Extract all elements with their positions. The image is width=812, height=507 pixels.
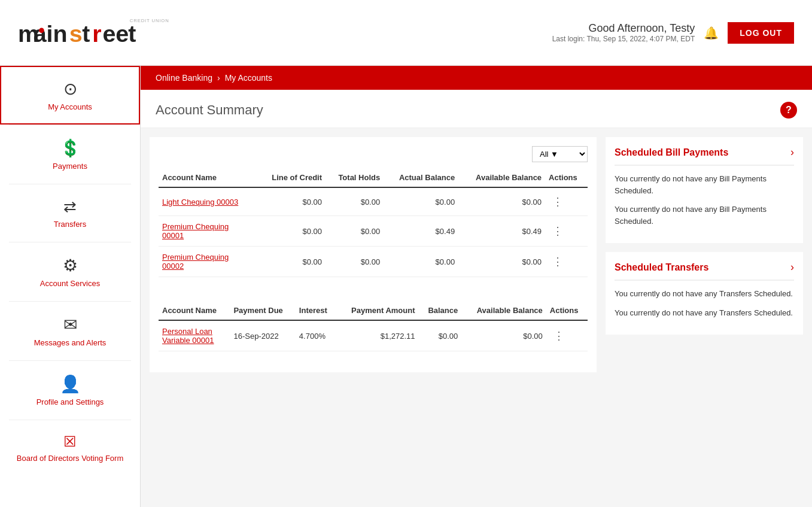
- actions-cell: ⋮: [545, 187, 588, 216]
- account-link-light-chequing[interactable]: Light Chequing 00003: [162, 198, 238, 207]
- col-payment-amount: Payment Amount: [336, 301, 418, 320]
- sidebar-item-transfers[interactable]: ⇄ Transfers: [0, 184, 140, 242]
- available-balance-cell: $0.00: [458, 187, 545, 216]
- table-row: Personal LoanVariable 00001 16-Sep-2022 …: [159, 320, 588, 351]
- scheduled-bill-payments-card: Scheduled Bill Payments › You currently …: [606, 137, 803, 243]
- checking-table: Account Name Line of Credit Total Holds …: [159, 168, 588, 277]
- greeting-text: Good Afternoon, Testy: [552, 22, 695, 35]
- greeting-area: Good Afternoon, Testy Last login: Thu, S…: [552, 22, 695, 43]
- notification-bell-icon[interactable]: 🔔: [704, 26, 719, 40]
- logo-area: m ain s t r ee t CREDIT UNION: [18, 15, 182, 51]
- content-body: All ▼ Checking Savings Loans Account Nam…: [141, 128, 812, 381]
- scheduled-transfers-message-1: You currently do not have any Transfers …: [615, 288, 794, 300]
- breadcrumb-separator: ›: [217, 73, 220, 83]
- loan-actions-cell: ⋮: [546, 320, 588, 351]
- content-area: Online Banking › My Accounts Account Sum…: [141, 66, 812, 507]
- line-of-credit-cell: $0.00: [257, 247, 326, 277]
- interest-cell: 4.700%: [296, 320, 336, 351]
- available-balance-cell: $0.00: [458, 247, 545, 277]
- sidebar-item-profile-settings[interactable]: 👤 Profile and Settings: [0, 361, 140, 420]
- line-of-credit-cell: $0.00: [257, 187, 326, 216]
- sidebar: ⊙ My Accounts 💲 Payments ⇄ Transfers ⚙ A…: [0, 66, 141, 507]
- scheduled-bill-payments-header: Scheduled Bill Payments ›: [615, 146, 794, 166]
- account-filter-select[interactable]: All ▼ Checking Savings Loans: [532, 146, 588, 162]
- line-of-credit-cell: $0.00: [257, 216, 326, 247]
- breadcrumb-online-banking[interactable]: Online Banking: [156, 73, 212, 83]
- actions-button-row1[interactable]: ⋮: [549, 194, 567, 210]
- sidebar-item-label-my-accounts: My Accounts: [48, 102, 92, 111]
- scheduled-transfers-card: Scheduled Transfers › You currently do n…: [606, 252, 803, 335]
- account-link-personal-loan[interactable]: Personal LoanVariable 00001: [162, 327, 214, 345]
- col-payment-due: Payment Due: [230, 301, 295, 320]
- account-name-cell: Light Chequing 00003: [159, 187, 257, 216]
- sidebar-item-label-payments: Payments: [53, 162, 87, 171]
- header-right: Good Afternoon, Testy Last login: Thu, S…: [552, 22, 794, 44]
- actions-button-row2[interactable]: ⋮: [549, 223, 567, 239]
- svg-text:t: t: [82, 20, 90, 46]
- actual-balance-cell: $0.49: [384, 216, 458, 247]
- table-row: Light Chequing 00003 $0.00 $0.00 $0.00 $…: [159, 187, 588, 216]
- payment-amount-cell: $1,272.11: [336, 320, 418, 351]
- payments-icon: 💲: [60, 138, 81, 158]
- scheduled-transfers-title[interactable]: Scheduled Transfers: [615, 262, 708, 273]
- actual-balance-cell: $0.00: [384, 187, 458, 216]
- account-services-icon: ⚙: [63, 256, 78, 275]
- checking-table-header-row: Account Name Line of Credit Total Holds …: [159, 168, 588, 187]
- col-loan-actions: Actions: [546, 301, 588, 320]
- scheduled-bill-payments-message-2: You currently do not have any Bill Payme…: [615, 204, 794, 227]
- svg-text:ee: ee: [102, 20, 129, 46]
- accounts-panel: All ▼ Checking Savings Loans Account Nam…: [150, 137, 597, 372]
- loan-account-name-cell: Personal LoanVariable 00001: [159, 320, 230, 351]
- messages-icon: ✉: [63, 315, 77, 335]
- balance-cell: $0.00: [419, 320, 462, 351]
- payment-due-cell: 16-Sep-2022: [230, 320, 295, 351]
- account-link-premium-chequing-1[interactable]: Premium Chequing00001: [162, 222, 229, 240]
- col-interest: Interest: [296, 301, 336, 320]
- main-layout: ⊙ My Accounts 💲 Payments ⇄ Transfers ⚙ A…: [0, 66, 812, 507]
- loan-available-balance-cell: $0.00: [461, 320, 546, 351]
- right-panel: Scheduled Bill Payments › You currently …: [606, 137, 803, 372]
- total-holds-cell: $0.00: [326, 216, 384, 247]
- col-line-of-credit: Line of Credit: [257, 168, 326, 187]
- account-summary-title: Account Summary: [156, 102, 263, 118]
- profile-icon: 👤: [60, 374, 81, 394]
- sidebar-item-label-transfers: Transfers: [54, 220, 86, 229]
- available-balance-cell: $0.49: [458, 216, 545, 247]
- scheduled-transfers-arrow-icon[interactable]: ›: [790, 261, 794, 274]
- loan-table: Account Name Payment Due Interest Paymen…: [159, 301, 588, 351]
- scheduled-bill-payments-title[interactable]: Scheduled Bill Payments: [615, 147, 728, 158]
- logout-button[interactable]: LOG OUT: [728, 22, 794, 44]
- logo: m ain s t r ee t CREDIT UNION: [18, 15, 182, 51]
- sidebar-item-my-accounts[interactable]: ⊙ My Accounts: [0, 66, 140, 125]
- total-holds-cell: $0.00: [326, 247, 384, 277]
- col-total-holds: Total Holds: [326, 168, 384, 187]
- sidebar-item-account-services[interactable]: ⚙ Account Services: [0, 242, 140, 301]
- sidebar-item-board-voting[interactable]: ☒ Board of Directors Voting Form: [0, 420, 140, 477]
- table-row: Premium Chequing00001 $0.00 $0.00 $0.49 …: [159, 216, 588, 247]
- sidebar-item-payments[interactable]: 💲 Payments: [0, 125, 140, 184]
- transfers-icon: ⇄: [63, 198, 77, 216]
- svg-text:r: r: [92, 20, 101, 46]
- svg-text:t: t: [128, 20, 136, 46]
- filter-row: All ▼ Checking Savings Loans: [159, 146, 588, 162]
- account-name-cell: Premium Chequing00002: [159, 247, 257, 277]
- board-icon: ☒: [63, 433, 77, 450]
- breadcrumb-my-accounts[interactable]: My Accounts: [225, 73, 272, 83]
- total-holds-cell: $0.00: [326, 187, 384, 216]
- sidebar-item-messages-alerts[interactable]: ✉ Messages and Alerts: [0, 302, 140, 360]
- header: m ain s t r ee t CREDIT UNION Good After…: [0, 0, 812, 66]
- col-balance: Balance: [419, 301, 462, 320]
- svg-text:s: s: [69, 20, 83, 46]
- actions-button-loan-row1[interactable]: ⋮: [550, 328, 568, 344]
- breadcrumb-bar: Online Banking › My Accounts: [141, 66, 812, 90]
- actions-button-row3[interactable]: ⋮: [549, 254, 567, 269]
- help-icon[interactable]: ?: [780, 102, 797, 119]
- col-available-balance: Available Balance: [458, 168, 545, 187]
- table-row: Premium Chequing00002 $0.00 $0.00 $0.00 …: [159, 247, 588, 277]
- scheduled-bill-payments-arrow-icon[interactable]: ›: [790, 146, 794, 159]
- account-summary-header: Account Summary ?: [141, 90, 812, 128]
- sidebar-item-label-board: Board of Directors Voting Form: [17, 454, 123, 464]
- col-loan-available-balance: Available Balance: [461, 301, 546, 320]
- account-link-premium-chequing-2[interactable]: Premium Chequing00002: [162, 253, 229, 271]
- actual-balance-cell: $0.00: [384, 247, 458, 277]
